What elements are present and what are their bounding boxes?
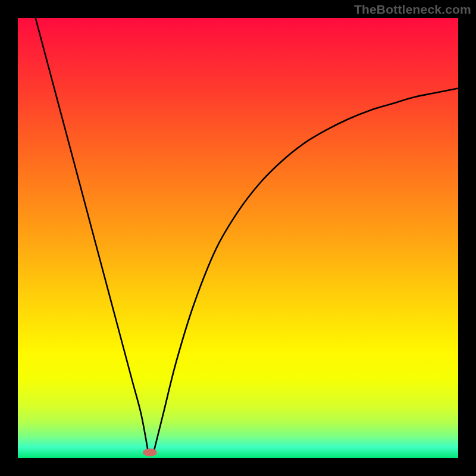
minimum-marker [143,449,157,456]
chart-svg [18,18,458,458]
attribution-label: TheBottleneck.com [354,2,471,17]
gradient-background [18,18,458,458]
chart-frame: TheBottleneck.com [0,0,476,476]
plot-area [18,18,458,458]
